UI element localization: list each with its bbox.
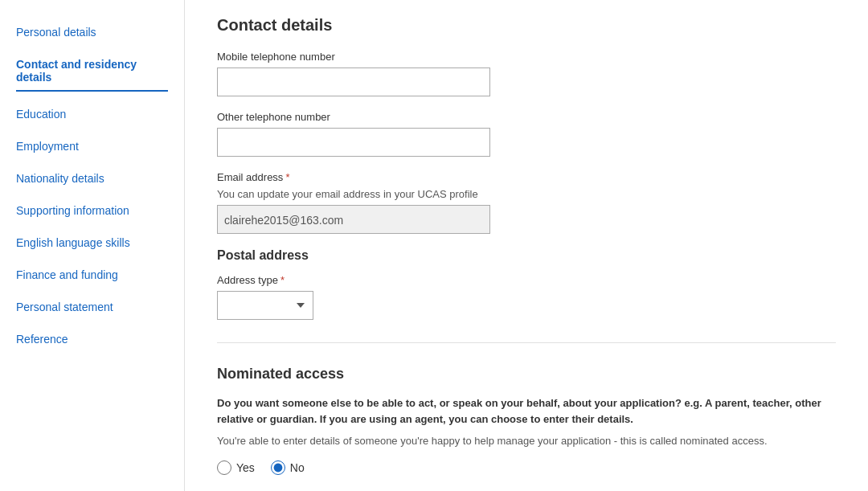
sidebar-item-wrapper-nationality-details: Nationality details xyxy=(16,162,168,194)
no-radio-option[interactable]: No xyxy=(271,460,305,475)
sidebar: Personal detailsContact and residency de… xyxy=(0,0,185,491)
sidebar-item-personal-details[interactable]: Personal details xyxy=(16,19,168,45)
other-phone-label: Other telephone number xyxy=(217,111,836,123)
postal-title: Postal address xyxy=(217,248,836,263)
mobile-input[interactable] xyxy=(217,68,490,96)
sidebar-item-reference[interactable]: Reference xyxy=(16,326,168,352)
sidebar-item-wrapper-supporting-information: Supporting information xyxy=(16,194,168,227)
sidebar-item-wrapper-english-language: English language skills xyxy=(16,227,168,259)
email-label: Email address* xyxy=(217,171,836,183)
sidebar-item-wrapper-reference: Reference xyxy=(16,323,168,355)
sidebar-item-nationality-details[interactable]: Nationality details xyxy=(16,166,168,191)
no-label: No xyxy=(290,461,305,474)
sidebar-item-contact-residency[interactable]: Contact and residency details xyxy=(16,51,168,92)
email-helper: You can update your email address in you… xyxy=(217,188,836,200)
mobile-label: Mobile telephone number xyxy=(217,51,836,63)
sidebar-item-supporting-information[interactable]: Supporting information xyxy=(16,198,168,223)
sidebar-item-wrapper-education: Education xyxy=(16,98,168,130)
sidebar-item-wrapper-personal-statement: Personal statement xyxy=(16,291,168,323)
address-type-select[interactable]: Home Term Other xyxy=(217,291,313,320)
yes-label: Yes xyxy=(236,461,255,474)
main-content: Contact details Mobile telephone number … xyxy=(185,0,868,491)
section-divider xyxy=(217,342,836,343)
nominated-desc: You're able to enter details of someone … xyxy=(217,433,836,449)
nominated-access-section: Nominated access Do you want someone els… xyxy=(217,366,836,475)
sidebar-item-wrapper-personal-details: Personal details xyxy=(16,16,168,48)
yes-radio[interactable] xyxy=(217,460,231,475)
address-type-required-star: * xyxy=(280,274,285,286)
other-phone-field-group: Other telephone number xyxy=(217,111,836,157)
sidebar-item-personal-statement[interactable]: Personal statement xyxy=(16,294,168,320)
nominated-radio-group: Yes No xyxy=(217,460,836,475)
nominated-title: Nominated access xyxy=(217,366,836,383)
section-title: Contact details xyxy=(217,16,836,35)
sidebar-item-wrapper-contact-residency: Contact and residency details xyxy=(16,48,168,98)
sidebar-item-wrapper-finance-funding: Finance and funding xyxy=(16,259,168,291)
postal-address-group: Postal address Address type* Home Term O… xyxy=(217,248,836,320)
sidebar-item-education[interactable]: Education xyxy=(16,101,168,127)
yes-radio-option[interactable]: Yes xyxy=(217,460,255,475)
other-phone-input[interactable] xyxy=(217,128,490,157)
sidebar-item-english-language[interactable]: English language skills xyxy=(16,230,168,256)
nominated-bold-desc: Do you want someone else to be able to a… xyxy=(217,395,836,427)
email-field-group: Email address* You can update your email… xyxy=(217,171,836,234)
sidebar-item-finance-funding[interactable]: Finance and funding xyxy=(16,262,168,288)
address-type-label: Address type* xyxy=(217,274,836,286)
no-radio[interactable] xyxy=(271,460,285,475)
mobile-field-group: Mobile telephone number xyxy=(217,51,836,96)
email-required-star: * xyxy=(285,171,289,183)
sidebar-item-wrapper-employment: Employment xyxy=(16,130,168,162)
sidebar-item-employment[interactable]: Employment xyxy=(16,133,168,159)
email-readonly-value: clairehe2015@163.com xyxy=(217,205,490,234)
